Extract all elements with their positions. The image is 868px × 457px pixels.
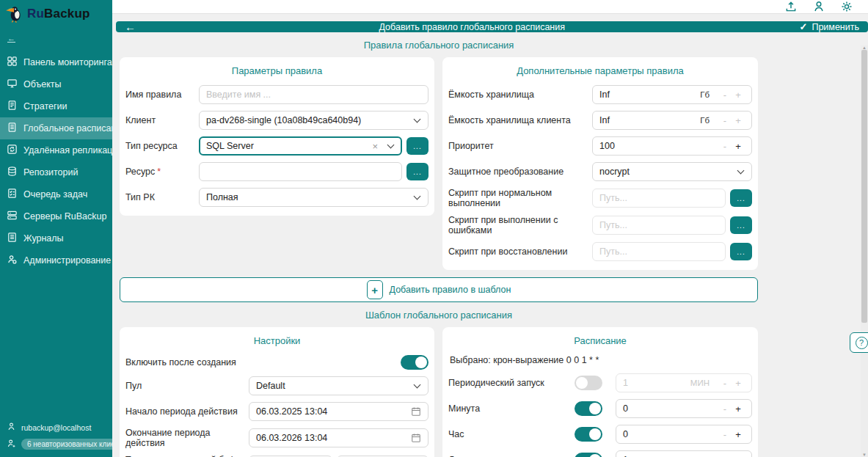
day-of-month-toggle[interactable] <box>575 453 602 457</box>
plus-icon[interactable]: + <box>732 429 745 440</box>
schedule-title: Расписание <box>448 335 752 346</box>
rules-section-title: Правила глобального расписания <box>120 40 758 51</box>
app-logo-text: RuBackup <box>27 7 90 21</box>
sidebar-item-monitoring[interactable]: Панель мониторинга <box>0 51 112 73</box>
minus-icon[interactable]: - <box>718 115 732 126</box>
script-ok-input[interactable] <box>592 189 726 208</box>
user-icon <box>7 422 16 433</box>
plus-icon[interactable]: + <box>732 89 745 100</box>
period-start-input[interactable]: 06.03.2025 13:04 <box>249 402 428 421</box>
minute-spinner[interactable]: 0-+ <box>616 399 752 418</box>
sidebar: RuBackup ← Панель мониторинга Объекты Ст… <box>0 0 112 457</box>
plus-icon[interactable]: + <box>732 115 745 126</box>
script-restore-input[interactable] <box>592 242 726 261</box>
calendar-icon[interactable] <box>411 406 421 417</box>
page-content: Правила глобального расписания Параметры… <box>120 32 758 457</box>
script-err-label: Скрипт при выполнении с ошибками <box>448 215 592 235</box>
minute-toggle[interactable] <box>575 401 602 416</box>
hour-toggle[interactable] <box>575 427 602 442</box>
scrollbar-thumb[interactable] <box>861 50 867 323</box>
enable-after-create-toggle[interactable] <box>401 355 428 370</box>
enable-after-create-label: Включить после создания <box>125 357 236 368</box>
add-rule-label: Добавить правило в шаблон <box>390 285 511 295</box>
sidebar-item-replication[interactable]: Удалённая репликация <box>0 139 112 161</box>
scroll-down-icon[interactable]: ▼ <box>861 453 868 457</box>
minute-label: Минута <box>448 403 575 414</box>
chevron-down-icon <box>414 116 421 123</box>
day-of-month-spinner[interactable]: 1-+ <box>616 450 752 457</box>
settings-title: Настройки <box>125 335 428 346</box>
sidebar-item-global-schedule[interactable]: Глобальное расписание <box>0 117 112 139</box>
resource-input[interactable] <box>199 162 402 181</box>
hour-spinner[interactable]: 0-+ <box>616 425 752 444</box>
plus-icon[interactable]: + <box>732 403 745 414</box>
rule-params-panel: Параметры правила Имя правила Клиент pa-… <box>120 57 434 216</box>
current-user-label: rubackup@localhost <box>21 423 91 432</box>
minus-icon[interactable]: - <box>718 89 732 100</box>
script-err-browse-button[interactable]: ... <box>730 216 752 234</box>
sidebar-item-label: Журналы <box>23 233 64 244</box>
journal-icon <box>7 232 18 245</box>
minus-icon[interactable]: - <box>718 141 732 152</box>
resource-browse-button[interactable]: ... <box>406 163 428 180</box>
sidebar-item-repository[interactable]: Репозиторий <box>0 161 112 183</box>
client-select[interactable]: pa-dv268-single (10a08b49ca640b94) <box>199 111 428 130</box>
hour-label: Час <box>448 429 575 439</box>
resource-type-browse-button[interactable]: ... <box>406 137 428 155</box>
sidebar-item-journals[interactable]: Журналы <box>0 227 112 249</box>
calendar-icon[interactable] <box>411 433 421 443</box>
period-end-input[interactable]: 06.03.2026 13:04 <box>249 428 428 447</box>
resource-type-select[interactable]: SQL Server× <box>199 136 402 156</box>
user-icon[interactable] <box>812 0 825 13</box>
sidebar-item-label: Серверы RuBackup <box>23 211 106 222</box>
minus-icon[interactable]: - <box>718 429 732 440</box>
required-mark: * <box>157 167 161 177</box>
apply-button[interactable]: ✓ Применить <box>800 21 868 32</box>
clear-icon[interactable]: × <box>372 141 378 152</box>
sidebar-item-objects[interactable]: Объекты <box>0 73 112 95</box>
unauthorized-clients[interactable]: 6 неавторизованных клиентов <box>0 436 112 453</box>
sidebar-item-strategies[interactable]: Стратегии <box>0 95 112 117</box>
periodic-run-spinner[interactable]: 1мин-+ <box>616 373 752 392</box>
period-start-label: Начало периода действия <box>125 406 249 417</box>
add-rule-to-template-button[interactable]: + Добавить правило в шаблон <box>120 277 758 302</box>
minus-icon[interactable]: - <box>718 455 732 457</box>
sidebar-item-label: Репозиторий <box>23 167 79 178</box>
sidebar-nav: Панель мониторинга Объекты Стратегии Гло… <box>0 51 112 271</box>
periodic-run-toggle[interactable] <box>575 376 602 390</box>
backup-type-select[interactable]: Полная <box>199 188 428 207</box>
chevron-down-icon <box>737 167 745 175</box>
client-capacity-spinner[interactable]: InfГб-+ <box>592 111 752 130</box>
script-err-input[interactable] <box>592 216 726 235</box>
rule-name-input[interactable] <box>199 85 428 104</box>
admin-icon <box>7 254 18 267</box>
plus-icon[interactable]: + <box>732 378 745 389</box>
minus-icon[interactable]: - <box>718 378 732 389</box>
app-root: RuBackup ← Панель мониторинга Объекты Ст… <box>0 0 868 457</box>
sidebar-item-servers[interactable]: Серверы RuBackup <box>0 205 112 227</box>
sidebar-footer: rubackup@localhost 6 неавторизованных кл… <box>0 419 112 453</box>
plus-icon[interactable]: + <box>732 141 745 152</box>
vertical-scrollbar[interactable]: ▲ ▼ <box>861 45 868 457</box>
help-button[interactable]: ? <box>850 332 868 353</box>
user-icon <box>7 439 16 450</box>
script-restore-browse-button[interactable]: ... <box>730 243 752 260</box>
collapse-sidebar-icon[interactable]: ← <box>7 34 15 43</box>
upload-icon[interactable] <box>784 0 798 13</box>
resource-type-label: Тип ресурса <box>125 141 199 151</box>
priority-spinner[interactable]: 100-+ <box>592 136 752 156</box>
gear-icon[interactable] <box>840 0 853 13</box>
backup-type-label: Тип РК <box>125 192 199 202</box>
sidebar-item-task-queue[interactable]: Очередь задач <box>0 183 112 205</box>
crypt-select[interactable]: nocrypt <box>592 162 752 181</box>
plus-icon[interactable]: + <box>732 455 745 457</box>
minus-icon[interactable]: - <box>718 403 732 414</box>
sidebar-item-administration[interactable]: Администрирование <box>0 249 112 271</box>
plus-icon: + <box>367 280 383 299</box>
client-label: Клиент <box>125 115 199 125</box>
script-ok-browse-button[interactable]: ... <box>730 189 752 207</box>
back-arrow-icon[interactable]: ← <box>116 21 145 32</box>
pool-select[interactable]: Default <box>249 376 428 395</box>
capacity-spinner[interactable]: InfГб-+ <box>592 85 752 104</box>
sidebar-item-label: Удалённая репликация <box>23 145 123 156</box>
